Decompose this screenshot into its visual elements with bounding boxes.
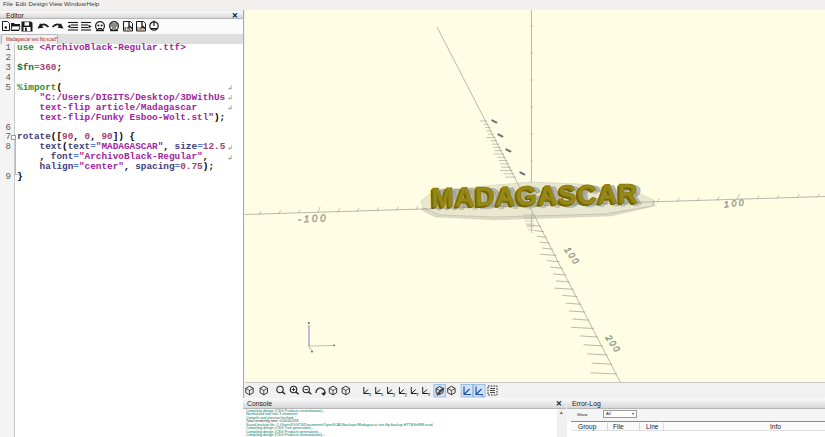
- svg-text:OXT: OXT: [137, 27, 145, 31]
- svg-text:y: y: [393, 392, 396, 397]
- svg-text:STL: STL: [124, 27, 132, 31]
- svg-text:100: 100: [562, 245, 581, 267]
- svg-text:z: z: [417, 392, 420, 397]
- svg-text:200: 200: [603, 332, 623, 355]
- svg-text:y: y: [405, 392, 408, 397]
- svg-text:x: x: [381, 392, 384, 397]
- svg-text:100: 100: [723, 197, 746, 209]
- svg-text:-100: -100: [297, 212, 328, 225]
- svg-text:z: z: [428, 392, 431, 397]
- svg-text:x: x: [369, 392, 372, 397]
